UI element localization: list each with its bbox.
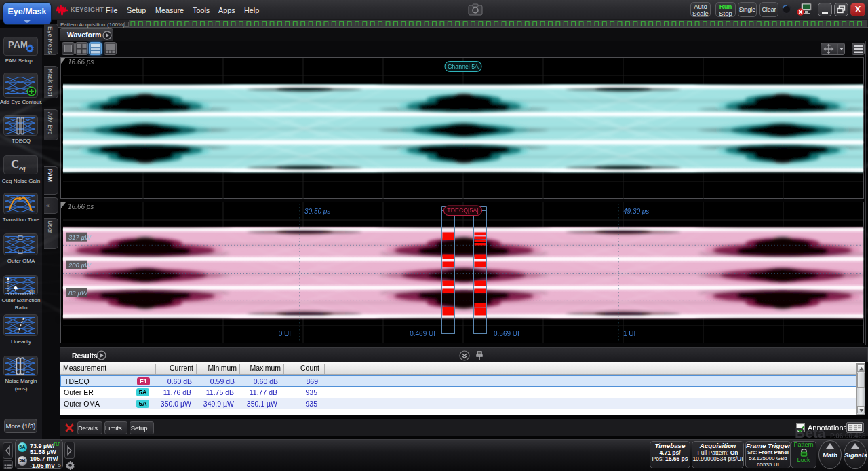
svg-text:0.469 UI: 0.469 UI <box>410 330 435 337</box>
svg-text:0 UI: 0 UI <box>279 330 291 337</box>
svg-text:30.50 ps: 30.50 ps <box>304 208 330 215</box>
svg-text:16.66 ps: 16.66 ps <box>68 58 94 66</box>
svg-text:317 µW: 317 µW <box>68 233 92 241</box>
svg-text:0.569 UI: 0.569 UI <box>494 330 519 337</box>
svg-text:49.30 ps: 49.30 ps <box>623 208 649 215</box>
svg-text:Channel 5A: Channel 5A <box>448 63 479 70</box>
svg-text:16.66 ps: 16.66 ps <box>68 203 94 210</box>
svg-text:TDECQ[5A]: TDECQ[5A] <box>447 207 478 214</box>
svg-text:83 µW: 83 µW <box>68 289 88 297</box>
svg-text:200 µW: 200 µW <box>68 261 92 269</box>
svg-text:1 UI: 1 UI <box>623 330 635 337</box>
